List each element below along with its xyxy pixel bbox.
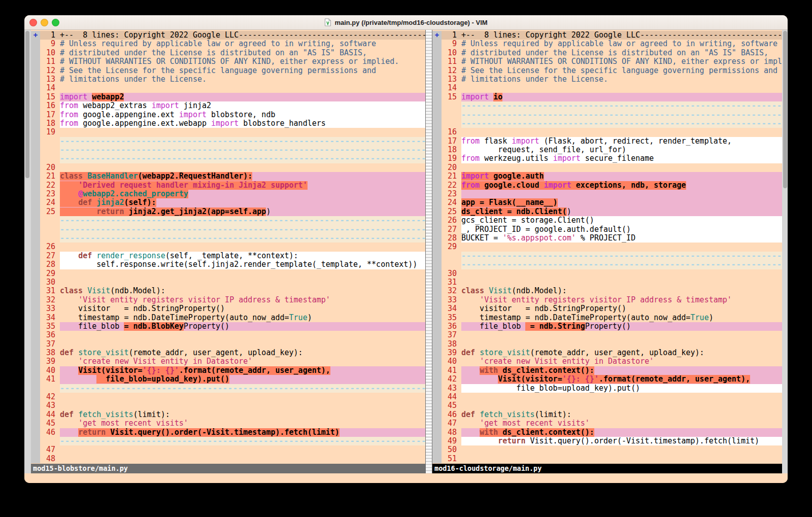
fold-plus-icon[interactable]: + xyxy=(31,31,40,40)
right-pane-buffer[interactable]: +1+-- 8 lines: Copyright 2022 Google LLC… xyxy=(432,30,782,464)
code-line[interactable]: 18 request, send_file, url_for) xyxy=(432,146,782,154)
code-line[interactable]: 10# distributed under the License is dis… xyxy=(31,49,425,57)
diff-filler-line[interactable]: ----------------------------------------… xyxy=(432,119,782,128)
code-line[interactable]: 36 file_blob = ndb.StringProperty() xyxy=(432,322,782,331)
code-line[interactable]: 19from werkzeug.utils import secure_file… xyxy=(432,154,782,163)
right-scrollbar[interactable] xyxy=(782,30,788,473)
code-line[interactable]: 27_, PROJECT_ID = google.auth.default() xyxy=(432,225,782,234)
diff-filler-line[interactable]: ----------------------------------------… xyxy=(31,437,425,445)
code-line[interactable]: 40 Visit(visitor='{}: {}'.format(remote_… xyxy=(31,366,425,375)
code-line[interactable]: 39 'create new Visit entity in Datastore… xyxy=(31,357,425,366)
code-line[interactable]: 11# WITHOUT WARRANTIES OR CONDITIONS OF … xyxy=(432,57,782,66)
code-line[interactable]: 11# WITHOUT WARRANTIES OR CONDITIONS OF … xyxy=(31,57,425,66)
code-line[interactable]: 15import webapp2 xyxy=(31,93,425,101)
minimize-button[interactable] xyxy=(41,19,48,26)
code-line[interactable]: 10# distributed under the License is dis… xyxy=(432,49,782,57)
code-line[interactable]: 43 xyxy=(31,401,425,410)
diff-filler-line[interactable]: ----------------------------------------… xyxy=(432,252,782,260)
code-line[interactable]: 47 'get most recent visits' xyxy=(432,419,782,428)
code-line[interactable]: 31 xyxy=(432,278,782,287)
code-line[interactable]: 23 @webapp2.cached_property xyxy=(31,190,425,198)
code-line[interactable]: 22from google.cloud import exceptions, n… xyxy=(432,181,782,190)
code-line[interactable]: 14 xyxy=(432,84,782,92)
code-line[interactable]: 40 'create new Visit entity in Datastore… xyxy=(432,357,782,366)
code-line[interactable]: 35 file_blob = ndb.BlobKeyProperty() xyxy=(31,322,425,331)
code-line[interactable]: 13# limitations under the License. xyxy=(432,75,782,84)
code-line[interactable]: 21class BaseHandler(webapp2.RequestHandl… xyxy=(31,172,425,181)
diff-filler-line[interactable]: ----------------------------------------… xyxy=(31,154,425,163)
close-button[interactable] xyxy=(29,19,37,26)
code-line[interactable]: 14 xyxy=(31,84,425,92)
code-line[interactable]: 42 xyxy=(31,393,425,401)
zoom-button[interactable] xyxy=(52,19,59,26)
code-line[interactable]: 26gcs_client = storage.Client() xyxy=(432,216,782,225)
code-line[interactable]: 24 def jinja2(self): xyxy=(31,198,425,207)
code-line[interactable]: 29 xyxy=(432,243,782,251)
code-line[interactable]: 13# limitations under the License. xyxy=(31,75,425,84)
code-line[interactable]: 16from webapp2_extras import jinja2 xyxy=(31,101,425,110)
diff-filler-line[interactable]: ----------------------------------------… xyxy=(31,225,425,234)
code-line[interactable]: 15import io xyxy=(432,93,782,101)
code-line[interactable]: 41 file_blob=upload_key).put() xyxy=(31,375,425,384)
code-line[interactable]: 17from flask import (Flask, abort, redir… xyxy=(432,137,782,146)
diff-filler-line[interactable]: ----------------------------------------… xyxy=(31,146,425,154)
diff-filler-line[interactable]: ----------------------------------------… xyxy=(31,216,425,225)
code-line[interactable]: 22 'Derived request handler mixing-in Ji… xyxy=(31,181,425,190)
fold-plus-icon[interactable]: + xyxy=(432,31,442,40)
code-line[interactable]: 18from google.appengine.ext.webapp impor… xyxy=(31,119,425,128)
code-line[interactable]: 25ds_client = ndb.Client() xyxy=(432,208,782,216)
code-line[interactable]: 42 Visit(visitor='{}: {}'.format(remote_… xyxy=(432,375,782,384)
code-line[interactable]: 31class Visit(ndb.Model): xyxy=(31,287,425,295)
code-line[interactable]: 17from google.appengine.ext import blobs… xyxy=(31,111,425,119)
code-line[interactable]: 36 xyxy=(31,331,425,339)
code-line[interactable]: 34 timestamp = ndb.DateTimeProperty(auto… xyxy=(31,314,425,322)
code-line[interactable]: 26 xyxy=(31,243,425,251)
code-line[interactable]: 38 xyxy=(432,340,782,349)
code-line[interactable]: 46def fetch_visits(limit): xyxy=(432,410,782,419)
code-line[interactable]: 25 return jinja2.get_jinja2(app=self.app… xyxy=(31,208,425,216)
code-line[interactable]: 43 file_blob=upload_key).put() xyxy=(432,384,782,393)
code-line[interactable]: 37 xyxy=(432,331,782,339)
code-line[interactable]: 30 xyxy=(432,269,782,278)
code-line[interactable]: 35 timestamp = ndb.DateTimeProperty(auto… xyxy=(432,314,782,322)
code-line[interactable]: 12# See the License for the specific lan… xyxy=(31,66,425,75)
left-pane[interactable]: +1+-- 8 lines: Copyright 2022 Google LLC… xyxy=(31,30,425,473)
code-line[interactable]: 23 xyxy=(432,190,782,198)
left-statusline[interactable]: mod15-blobstore/main.py xyxy=(31,464,425,473)
code-line[interactable]: 44 xyxy=(432,393,782,401)
split-divider[interactable] xyxy=(425,30,432,473)
code-line[interactable]: 50 xyxy=(432,445,782,454)
code-line[interactable]: 33 visitor = ndb.StringProperty() xyxy=(31,304,425,313)
code-line[interactable]: 41 with ds_client.context(): xyxy=(432,366,782,375)
code-line[interactable]: 45 'get most recent visits' xyxy=(31,419,425,428)
right-statusline[interactable]: mod16-cloudstorage/main.py xyxy=(432,464,782,473)
code-line[interactable]: 9# Unless required by applicable law or … xyxy=(432,40,782,48)
code-line[interactable]: 20 xyxy=(432,163,782,172)
left-scrollbar-thumb[interactable] xyxy=(25,31,29,178)
code-line[interactable]: 32 'Visit entity registers visitor IP ad… xyxy=(31,296,425,304)
diff-filler-line[interactable]: ----------------------------------------… xyxy=(432,111,782,119)
diff-filler-line[interactable]: ----------------------------------------… xyxy=(31,384,425,393)
code-line[interactable]: 51 xyxy=(432,455,782,463)
code-line[interactable]: 29 xyxy=(31,269,425,278)
left-pane-buffer[interactable]: +1+-- 8 lines: Copyright 2022 Google LLC… xyxy=(31,30,425,464)
diff-filler-line[interactable]: ----------------------------------------… xyxy=(432,101,782,110)
left-scrollbar[interactable] xyxy=(24,30,31,473)
code-line[interactable]: 44def fetch_visits(limit): xyxy=(31,410,425,419)
code-line[interactable]: 48 xyxy=(31,455,425,463)
code-line[interactable]: 45 xyxy=(432,401,782,410)
code-line[interactable]: 12# See the License for the specific lan… xyxy=(432,66,782,75)
code-line[interactable]: 38def store_visit(remote_addr, user_agen… xyxy=(31,349,425,357)
code-line[interactable]: 20 xyxy=(31,163,425,172)
code-line[interactable]: +1+-- 8 lines: Copyright 2022 Google LLC… xyxy=(432,31,782,40)
right-scrollbar-thumb[interactable] xyxy=(783,31,787,188)
diff-filler-line[interactable]: ----------------------------------------… xyxy=(31,137,425,146)
code-line[interactable]: 9# Unless required by applicable law or … xyxy=(31,40,425,48)
code-line[interactable]: 28 self.response.write(self.jinja2.rende… xyxy=(31,260,425,269)
code-line[interactable]: 19 xyxy=(31,128,425,136)
diff-filler-line[interactable]: ----------------------------------------… xyxy=(31,234,425,243)
code-line[interactable]: 46 return Visit.query().order(-Visit.tim… xyxy=(31,428,425,437)
code-line[interactable]: 27 def render_response(self, _template, … xyxy=(31,252,425,260)
code-line[interactable]: 48 with ds_client.context(): xyxy=(432,428,782,437)
code-line[interactable]: 30 xyxy=(31,278,425,287)
